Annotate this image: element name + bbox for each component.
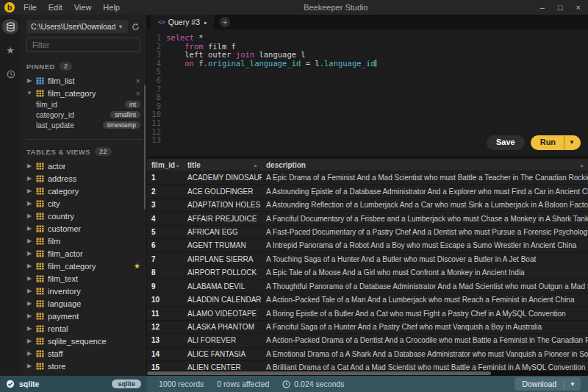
- chevron-right-icon[interactable]: ▶: [26, 288, 32, 294]
- chevron-right-icon[interactable]: ▶: [26, 275, 32, 282]
- refresh-icon[interactable]: [132, 23, 142, 31]
- table-item-film[interactable]: ▶film: [26, 235, 146, 247]
- cell-title[interactable]: ALAMO VIDEOTAPE: [183, 310, 262, 318]
- cell-description[interactable]: A Epic Tale of a Moose And a Girl who mu…: [262, 268, 588, 277]
- cell-title[interactable]: ALABAMA DEVIL: [183, 282, 262, 291]
- cell-description[interactable]: A Brilliant Drama of a Cat And a Mad Sci…: [262, 363, 588, 371]
- run-button[interactable]: Run ▼: [531, 135, 581, 150]
- chevron-down-icon[interactable]: ▼: [26, 90, 32, 96]
- table-row[interactable]: 1ACADEMY DINOSAURA Epic Drama of a Femin…: [147, 171, 588, 185]
- table-item-sqlite_sequence[interactable]: ▶sqlite_sequence: [26, 335, 146, 347]
- pinned-item-film_list[interactable]: ▶film_list×: [26, 74, 146, 87]
- chevron-right-icon[interactable]: ▶: [26, 175, 32, 182]
- history-tab[interactable]: [2, 66, 18, 81]
- table-row[interactable]: 11ALAMO VIDEOTAPEA Boring Epistle of a B…: [147, 307, 588, 320]
- cell-title[interactable]: AFRICAN EGG: [183, 228, 262, 236]
- cell-title[interactable]: ALIEN CENTER: [183, 363, 262, 371]
- cell-title[interactable]: ACE GOLDFINGER: [183, 188, 262, 196]
- chevron-right-icon[interactable]: ▶: [26, 363, 32, 369]
- sort-icon[interactable]: ▲: [175, 163, 180, 168]
- cell-description[interactable]: A Astounding Reflection of a Lumberjack …: [262, 201, 588, 209]
- cell-title[interactable]: AIRPORT POLLOCK: [183, 268, 262, 277]
- cell-description[interactable]: A Action-Packed Drama of a Dentist And a…: [262, 336, 588, 344]
- connection-name[interactable]: sqlite: [19, 379, 39, 388]
- cell-description[interactable]: A Fanciful Documentary of a Frisbee and …: [262, 215, 588, 223]
- table-row[interactable]: 8AIRPORT POLLOCKA Epic Tale of a Moose A…: [147, 266, 588, 279]
- cell-title[interactable]: ALI FOREVER: [183, 336, 262, 344]
- cell-title[interactable]: ALASKA PHANTOM: [183, 323, 262, 331]
- close-icon[interactable]: ×: [576, 3, 581, 12]
- cell-film-id[interactable]: 1: [147, 174, 183, 182]
- table-item-rental[interactable]: ▶rental: [26, 322, 146, 335]
- table-item-film_category[interactable]: ▶film_category★: [26, 260, 146, 272]
- cell-description[interactable]: A Action-Packed Tale of a Man And a Lumb…: [262, 296, 588, 304]
- cell-title[interactable]: AGENT TRUMAN: [183, 241, 262, 249]
- table-item-payment[interactable]: ▶payment: [26, 310, 146, 322]
- cell-description[interactable]: A Touching Saga of a Hunter And a Butler…: [262, 255, 588, 263]
- column-header-film-id[interactable]: film_id ▲: [147, 159, 183, 171]
- cell-film-id[interactable]: 2: [147, 188, 183, 196]
- sort-icon[interactable]: ▲: [579, 163, 584, 168]
- cell-film-id[interactable]: 5: [147, 228, 183, 236]
- horizontal-scrollbar[interactable]: [147, 371, 588, 376]
- cell-film-id[interactable]: 10: [147, 296, 183, 304]
- menu-help[interactable]: Help: [103, 3, 120, 12]
- cell-title[interactable]: ALICE FANTASIA: [183, 350, 262, 358]
- sidebar-scrollbar[interactable]: [144, 85, 146, 210]
- table-row[interactable]: 10ALADDIN CALENDARA Action-Packed Tale o…: [147, 293, 588, 307]
- chevron-right-icon[interactable]: ▶: [26, 325, 32, 332]
- cell-film-id[interactable]: 15: [147, 363, 183, 371]
- chevron-right-icon[interactable]: ▶: [26, 338, 32, 344]
- cell-film-id[interactable]: 14: [147, 350, 183, 358]
- save-button[interactable]: Save: [487, 135, 525, 150]
- table-row[interactable]: 2ACE GOLDFINGERA Astounding Epistle of a…: [147, 185, 588, 198]
- table-item-store[interactable]: ▶store: [26, 360, 146, 372]
- maximize-icon[interactable]: □: [558, 3, 563, 12]
- chevron-right-icon[interactable]: ▶: [26, 238, 32, 244]
- menu-file[interactable]: File: [24, 3, 37, 12]
- cell-description[interactable]: A Emotional Drama of a A Shark And a Dat…: [262, 350, 588, 358]
- cell-film-id[interactable]: 3: [147, 201, 183, 209]
- table-row[interactable]: 6AGENT TRUMANA Intrepid Panorama of a Ro…: [147, 239, 588, 252]
- run-button-label[interactable]: Run: [531, 135, 564, 150]
- cell-title[interactable]: ACADEMY DINOSAUR: [183, 174, 262, 182]
- column-header-description[interactable]: description ▲: [262, 159, 588, 171]
- cell-title[interactable]: AFFAIR PREJUDICE: [183, 215, 262, 223]
- pinned-item-film_category[interactable]: ▼film_category×: [26, 87, 146, 99]
- cell-film-id[interactable]: 9: [147, 282, 183, 291]
- cell-title[interactable]: ALADDIN CALENDAR: [183, 296, 262, 304]
- download-options-chevron-icon[interactable]: ▼: [564, 379, 581, 390]
- table-item-city[interactable]: ▶city: [26, 197, 146, 210]
- cell-film-id[interactable]: 13: [147, 336, 183, 344]
- cell-description[interactable]: A Epic Drama of a Feminist And a Mad Sci…: [262, 174, 588, 182]
- cell-film-id[interactable]: 7: [147, 255, 183, 263]
- favorites-tab[interactable]: ★: [2, 43, 18, 57]
- connection-select[interactable]: C:\Users\User\Downloads\ ▼: [26, 20, 128, 33]
- unpin-icon[interactable]: ×: [136, 76, 140, 85]
- pinned-star-icon[interactable]: ★: [134, 262, 140, 270]
- chevron-right-icon[interactable]: ▶: [26, 200, 32, 207]
- chevron-right-icon[interactable]: ▶: [26, 77, 32, 84]
- table-item-staff[interactable]: ▶staff: [26, 347, 146, 360]
- chevron-right-icon[interactable]: ▶: [26, 188, 32, 194]
- chevron-right-icon[interactable]: ▶: [26, 300, 32, 307]
- filter-input[interactable]: [26, 38, 140, 52]
- table-item-actor[interactable]: ▶actor: [26, 160, 146, 172]
- sql-editor[interactable]: 12345678910111213 select * from film f l…: [147, 29, 588, 156]
- table-row[interactable]: 9ALABAMA DEVILA Thoughtful Panorama of a…: [147, 280, 588, 293]
- table-item-inventory[interactable]: ▶inventory: [26, 285, 146, 297]
- cell-film-id[interactable]: 11: [147, 310, 183, 318]
- table-item-customer[interactable]: ▶customer: [26, 222, 146, 235]
- table-row[interactable]: 14ALICE FANTASIAA Emotional Drama of a A…: [147, 348, 588, 361]
- chevron-right-icon[interactable]: ▶: [26, 250, 32, 257]
- run-options-chevron-icon[interactable]: ▼: [564, 135, 581, 150]
- chevron-right-icon[interactable]: ▶: [26, 225, 32, 232]
- table-item-address[interactable]: ▶address: [26, 172, 146, 185]
- cell-film-id[interactable]: 8: [147, 268, 183, 277]
- cell-description[interactable]: A Thoughtful Panorama of a Database Admi…: [262, 282, 588, 291]
- cell-description[interactable]: A Intrepid Panorama of a Robot And a Boy…: [262, 241, 588, 249]
- column-header-title[interactable]: title ▲: [183, 159, 262, 171]
- unpin-icon[interactable]: ×: [136, 89, 140, 98]
- table-item-country[interactable]: ▶country: [26, 210, 146, 222]
- menu-edit[interactable]: Edit: [49, 3, 62, 12]
